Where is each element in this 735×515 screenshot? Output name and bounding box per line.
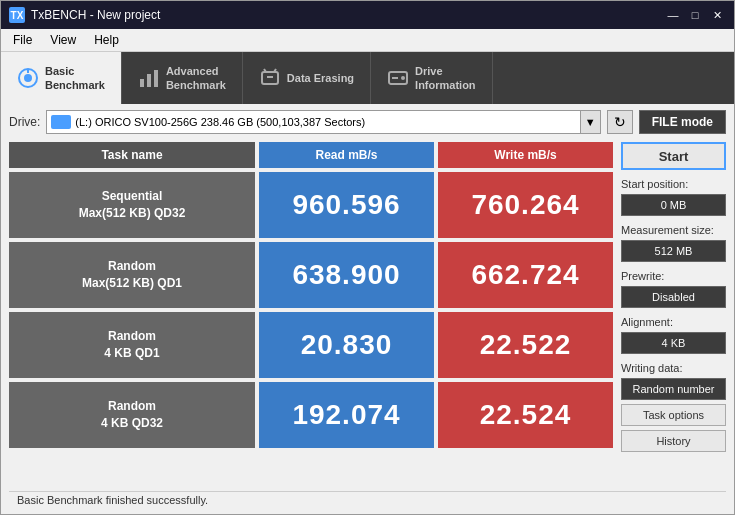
menu-bar: File View Help <box>1 29 734 52</box>
drive-select-arrow: ▼ <box>580 111 600 133</box>
prewrite-value: Disabled <box>621 286 726 308</box>
drive-select[interactable]: (L:) ORICO SV100-256G 238.46 GB (500,103… <box>46 110 600 134</box>
task-options-button[interactable]: Task options <box>621 404 726 426</box>
maximize-button[interactable]: □ <box>686 7 704 23</box>
task-cell-1: Sequential Max(512 KB) QD32 <box>9 172 255 238</box>
read-cell-3: 20.830 <box>259 312 434 378</box>
write-cell-4: 22.524 <box>438 382 613 448</box>
start-button[interactable]: Start <box>621 142 726 170</box>
refresh-button[interactable]: ↻ <box>607 110 633 134</box>
write-cell-2: 662.724 <box>438 242 613 308</box>
tab-drive-information[interactable]: Drive Information <box>371 52 493 104</box>
advanced-benchmark-icon <box>138 67 160 89</box>
file-mode-button[interactable]: FILE mode <box>639 110 726 134</box>
menu-view[interactable]: View <box>42 31 84 49</box>
drive-select-inner: (L:) ORICO SV100-256G 238.46 GB (500,103… <box>51 115 595 129</box>
col-write: Write mB/s <box>438 142 613 168</box>
content-area: Drive: (L:) ORICO SV100-256G 238.46 GB (… <box>1 104 734 514</box>
start-position-value: 0 MB <box>621 194 726 216</box>
svg-rect-4 <box>147 74 151 87</box>
history-button[interactable]: History <box>621 430 726 452</box>
close-button[interactable]: ✕ <box>708 7 726 23</box>
read-cell-4: 192.074 <box>259 382 434 448</box>
menu-help[interactable]: Help <box>86 31 127 49</box>
sidebar: Start Start position: 0 MB Measurement s… <box>621 142 726 487</box>
status-bar: Basic Benchmark finished successfully. <box>9 491 726 508</box>
table-row: Random 4 KB QD1 20.830 22.522 <box>9 312 613 378</box>
write-cell-1: 760.264 <box>438 172 613 238</box>
main-window: TX TxBENCH - New project — □ ✕ File View… <box>0 0 735 515</box>
measurement-size-label: Measurement size: <box>621 224 726 236</box>
task-cell-4: Random 4 KB QD32 <box>9 382 255 448</box>
drive-row: Drive: (L:) ORICO SV100-256G 238.46 GB (… <box>9 110 726 134</box>
svg-rect-5 <box>154 70 158 87</box>
read-cell-2: 638.900 <box>259 242 434 308</box>
measurement-size-value: 512 MB <box>621 240 726 262</box>
read-cell-1: 960.596 <box>259 172 434 238</box>
tab-bar: Basic Benchmark Advanced Benchmark <box>1 52 734 104</box>
task-cell-3: Random 4 KB QD1 <box>9 312 255 378</box>
writing-data-value: Random number <box>621 378 726 400</box>
drive-select-icon <box>51 115 71 129</box>
minimize-button[interactable]: — <box>664 7 682 23</box>
title-bar: TX TxBENCH - New project — □ ✕ <box>1 1 734 29</box>
drive-select-value: (L:) ORICO SV100-256G 238.46 GB (500,103… <box>75 116 365 128</box>
col-read: Read mB/s <box>259 142 434 168</box>
table-header: Task name Read mB/s Write mB/s <box>9 142 613 168</box>
window-controls: — □ ✕ <box>664 7 726 23</box>
svg-point-1 <box>24 74 32 82</box>
alignment-label: Alignment: <box>621 316 726 328</box>
table-row: Random Max(512 KB) QD1 638.900 662.724 <box>9 242 613 308</box>
tab-advanced-benchmark-text: Advanced Benchmark <box>166 64 226 93</box>
svg-point-11 <box>401 76 405 80</box>
tab-data-erasing-text: Data Erasing <box>287 71 354 85</box>
drive-label: Drive: <box>9 115 40 129</box>
tab-data-erasing[interactable]: Data Erasing <box>243 52 371 104</box>
tab-drive-information-text: Drive Information <box>415 64 476 93</box>
table-row: Random 4 KB QD32 192.074 22.524 <box>9 382 613 448</box>
alignment-value: 4 KB <box>621 332 726 354</box>
window-title: TxBENCH - New project <box>31 8 160 22</box>
tab-advanced-benchmark[interactable]: Advanced Benchmark <box>122 52 243 104</box>
drive-information-icon <box>387 67 409 89</box>
title-bar-left: TX TxBENCH - New project <box>9 7 160 23</box>
task-cell-2: Random Max(512 KB) QD1 <box>9 242 255 308</box>
tab-basic-benchmark[interactable]: Basic Benchmark <box>1 52 122 104</box>
menu-file[interactable]: File <box>5 31 40 49</box>
svg-rect-3 <box>140 79 144 87</box>
benchmark-table: Task name Read mB/s Write mB/s Sequentia… <box>9 142 613 487</box>
data-erasing-icon <box>259 67 281 89</box>
status-text: Basic Benchmark finished successfully. <box>17 494 208 506</box>
col-task: Task name <box>9 142 255 168</box>
start-position-label: Start position: <box>621 178 726 190</box>
app-icon: TX <box>9 7 25 23</box>
tab-basic-benchmark-text: Basic Benchmark <box>45 64 105 93</box>
table-row: Sequential Max(512 KB) QD32 960.596 760.… <box>9 172 613 238</box>
prewrite-label: Prewrite: <box>621 270 726 282</box>
basic-benchmark-icon <box>17 67 39 89</box>
writing-data-label: Writing data: <box>621 362 726 374</box>
write-cell-3: 22.522 <box>438 312 613 378</box>
main-section: Task name Read mB/s Write mB/s Sequentia… <box>9 142 726 487</box>
